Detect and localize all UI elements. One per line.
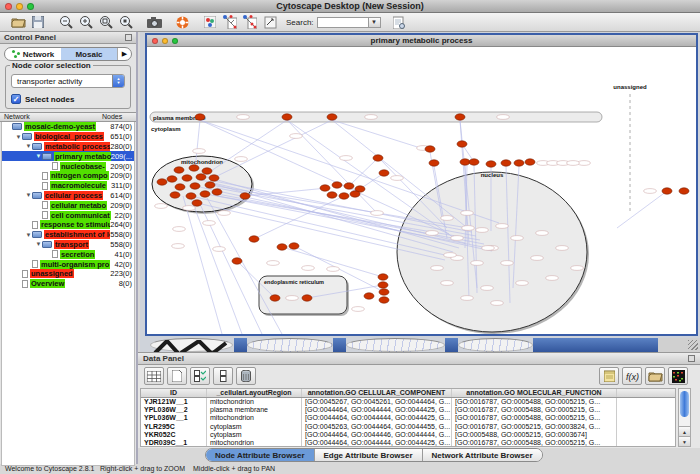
column-header[interactable]: _cellularLayoutRegion — [207, 389, 302, 397]
network-edge[interactable] — [349, 158, 378, 186]
background-window-preview[interactable] — [458, 338, 533, 352]
tree-expand-icon[interactable]: ▼ — [15, 134, 22, 140]
network-node[interactable] — [270, 295, 280, 301]
network-node[interactable] — [379, 170, 389, 176]
select-attributes-icon[interactable] — [190, 367, 210, 385]
tree-row[interactable]: nitrogen compo209(0) — [2, 171, 134, 181]
matrix-icon[interactable] — [668, 367, 688, 385]
network-edge[interactable] — [211, 120, 332, 179]
network-node[interactable] — [364, 293, 374, 299]
tab-edge-attribute-browser[interactable]: Edge Attribute Browser — [315, 449, 423, 461]
table-row[interactable]: YPL036W__1mitochondrion[GO:0044464, GO:0… — [141, 414, 675, 422]
background-window-border[interactable] — [333, 338, 346, 352]
attribute-table[interactable]: ID_cellularLayoutRegionannotation.GO CEL… — [140, 388, 676, 447]
search-input[interactable] — [317, 17, 369, 28]
background-window-preview[interactable] — [346, 338, 445, 352]
network-node[interactable] — [455, 114, 465, 120]
network-node[interactable] — [186, 193, 196, 199]
network-overlay-icon[interactable] — [240, 14, 260, 31]
network-node[interactable] — [302, 295, 312, 301]
network-edge[interactable] — [207, 198, 282, 334]
zoom-in-icon[interactable] — [76, 14, 96, 31]
network-node[interactable] — [344, 183, 354, 189]
node-color-dropdown[interactable]: transporter activity ▲▼ — [11, 74, 125, 88]
tree-row[interactable]: ▼metabolic process280(0) — [2, 142, 134, 152]
network-node[interactable] — [373, 155, 383, 161]
table-row[interactable]: YPL036W__2plasma membrane[GO:0044464, GO… — [141, 406, 675, 414]
tree-row[interactable]: secretion41(0) — [2, 249, 134, 259]
scroll-up-icon[interactable]: ▲ — [679, 426, 690, 436]
unselect-attributes-icon[interactable] — [213, 367, 233, 385]
table-row[interactable]: YDR039C__1mitochondrion[GO:0044464, GO:0… — [141, 439, 675, 447]
network-node[interactable] — [192, 200, 202, 206]
network-node[interactable] — [289, 243, 299, 249]
tree-row[interactable]: ▼transport558(0) — [2, 240, 134, 250]
background-window-preview[interactable] — [150, 338, 233, 352]
network-edge[interactable] — [332, 120, 430, 151]
network-node[interactable] — [240, 193, 250, 199]
network-node[interactable] — [679, 188, 689, 194]
scrollbar-thumb[interactable] — [680, 391, 689, 417]
network-node[interactable] — [157, 179, 167, 185]
tree-row[interactable]: ▼primary metabo209(... — [2, 151, 134, 161]
column-header[interactable]: annotation.GO CELLULAR_COMPONENT — [302, 389, 452, 397]
network-node[interactable] — [232, 258, 242, 264]
search-dropdown-button[interactable]: ▼ — [369, 17, 381, 28]
column-header[interactable]: annotation.GO MOLECULAR_FUNCTION — [452, 389, 617, 397]
tree-col-nodes[interactable]: Nodes — [102, 113, 136, 121]
new-attribute-icon[interactable] — [167, 367, 187, 385]
network-node[interactable] — [209, 175, 219, 181]
attribute-table-icon[interactable] — [144, 367, 164, 385]
network-view-frame[interactable]: primary metabolic process plasma membran… — [145, 33, 698, 336]
tree-row[interactable]: ▼establishment of lo558(0) — [2, 230, 134, 240]
network-node[interactable] — [379, 289, 389, 295]
tree-row[interactable]: cellular metabo209(0) — [2, 200, 134, 210]
tree-row[interactable]: response to stimulu264(0) — [2, 220, 134, 230]
zoom-fit-icon[interactable] — [116, 14, 136, 31]
tree-expand-icon[interactable]: ▼ — [25, 192, 32, 198]
table-scrollbar[interactable]: ▲ ▼ — [678, 388, 691, 447]
network-node[interactable] — [175, 184, 185, 190]
tree-expand-icon[interactable]: ▼ — [35, 153, 42, 159]
network-node[interactable] — [196, 174, 206, 180]
function-builder-icon[interactable]: f(x) — [622, 367, 642, 385]
tree-expand-icon[interactable]: ▼ — [25, 143, 32, 149]
network-node[interactable] — [429, 160, 439, 166]
tab-network-attribute-browser[interactable]: Network Attribute Browser — [423, 449, 542, 461]
select-nodes-checkbox[interactable]: ✓ — [11, 94, 21, 104]
network-edge[interactable] — [332, 120, 465, 226]
network-node[interactable] — [190, 183, 200, 189]
network-node[interactable] — [205, 182, 215, 188]
tree-row[interactable]: mosaic-demo-yeast874(0) — [2, 122, 134, 132]
column-header[interactable]: ID — [141, 389, 207, 397]
delete-attribute-icon[interactable] — [236, 367, 256, 385]
tree-row[interactable]: multi-organism pro42(0) — [2, 259, 134, 269]
nucleus-region[interactable] — [397, 172, 587, 332]
network-node[interactable] — [460, 159, 470, 165]
network-node[interactable] — [457, 141, 467, 147]
network-canvas[interactable]: plasma membranecytoplasmunassignedmitoch… — [147, 48, 696, 334]
notepad-icon[interactable] — [599, 367, 619, 385]
table-row[interactable]: YKR052Ccytoplasm[GO:0044464, GO:0044446,… — [141, 431, 675, 439]
tree-row[interactable]: ▼cellular process614(0) — [2, 191, 134, 201]
float-panel-icon[interactable] — [125, 34, 132, 41]
network-edge[interactable] — [617, 191, 667, 228]
help-icon[interactable] — [172, 14, 192, 31]
tab-overflow-button[interactable]: ▶ — [117, 48, 131, 60]
background-window-border[interactable] — [234, 338, 247, 352]
network-node[interactable] — [525, 159, 535, 165]
network-edge[interactable] — [282, 247, 383, 277]
network-view-titlebar[interactable]: primary metabolic process — [147, 35, 696, 47]
network-node[interactable] — [212, 189, 222, 195]
tree-row[interactable]: cell communicat22(0) — [2, 210, 134, 220]
network-node[interactable] — [327, 114, 337, 120]
open-icon[interactable] — [8, 14, 28, 31]
zoom-selected-icon[interactable] — [96, 14, 116, 31]
network-node[interactable] — [469, 159, 479, 165]
network-node[interactable] — [514, 160, 524, 166]
background-window-preview[interactable] — [247, 338, 333, 352]
plugin-colors-icon[interactable] — [200, 14, 220, 31]
network-node[interactable] — [277, 244, 287, 250]
float-data-panel-icon[interactable] — [688, 355, 695, 362]
tree-expand-icon[interactable]: ▼ — [35, 241, 42, 247]
